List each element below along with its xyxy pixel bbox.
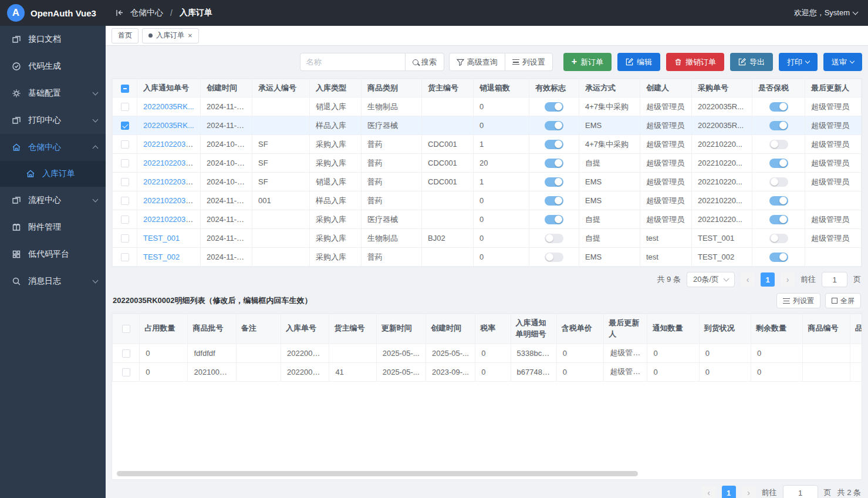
row-checkbox[interactable] xyxy=(121,103,129,111)
table-row[interactable]: 20220035RK...2024-11-06 ...样品入库医疗器械0EMS超… xyxy=(113,116,862,135)
order-no-link[interactable]: 2022102203R... xyxy=(143,215,198,224)
bonded-flag-toggle[interactable] xyxy=(769,159,788,168)
breadcrumb-parent[interactable]: 仓储中心 xyxy=(130,8,163,18)
page-size-select[interactable]: 20条/页 xyxy=(687,272,735,287)
valid-flag-toggle[interactable] xyxy=(545,159,563,168)
edit-button[interactable]: 编辑 xyxy=(617,53,660,71)
table-row[interactable]: 2022102203R...2024-11-07 ...001样品入库普药0EM… xyxy=(113,191,862,210)
valid-flag-toggle[interactable] xyxy=(545,102,563,112)
search-button[interactable]: 搜索 xyxy=(405,53,444,71)
sidebar-item-settings[interactable]: 基础配置 xyxy=(0,80,106,107)
bonded-flag-toggle[interactable] xyxy=(769,215,788,224)
valid-flag-toggle[interactable] xyxy=(545,215,563,224)
next-page-button[interactable]: › xyxy=(781,272,795,287)
row-checkbox[interactable] xyxy=(122,349,130,358)
chevron-down-icon xyxy=(853,9,859,15)
bonded-flag-toggle[interactable] xyxy=(769,140,788,149)
select-all-checkbox[interactable] xyxy=(121,85,129,93)
advanced-query-button[interactable]: 高级查询 xyxy=(449,53,505,71)
row-checkbox[interactable] xyxy=(121,234,129,243)
search-input[interactable] xyxy=(300,53,406,71)
table-row[interactable]: 2022102203R...2024-10-31...SF销退入库普药CDC00… xyxy=(113,173,862,191)
order-no-link[interactable]: 2022102203R... xyxy=(143,140,198,149)
valid-flag-toggle[interactable] xyxy=(545,177,563,187)
table-row[interactable]: 02021000...2022003...412025-05-...2023-0… xyxy=(113,362,862,381)
select-all-checkbox[interactable] xyxy=(122,325,130,333)
bonded-flag-toggle[interactable] xyxy=(769,234,788,243)
tab-close-icon[interactable]: × xyxy=(188,32,192,39)
table-row[interactable]: TEST_0022024-11-23 ...采购入库普药0EMStestTEST… xyxy=(113,248,862,267)
table-header-row: 入库通知单号创建时间承运人编号入库类型商品类别货主编号销退箱数有效标志承运方式创… xyxy=(113,79,862,97)
horizontal-scrollbar[interactable] xyxy=(114,471,859,477)
table-row[interactable]: 0fdfdfdf2022003...2025-05-...2025-05-...… xyxy=(113,344,862,362)
valid-flag-toggle[interactable] xyxy=(545,140,563,149)
new-order-button[interactable]: + 新订单 xyxy=(563,53,612,71)
export-button[interactable]: 导出 xyxy=(730,53,773,71)
valid-flag-toggle[interactable] xyxy=(545,196,563,206)
bonded-flag-toggle[interactable] xyxy=(769,121,788,130)
prev-page-button[interactable]: ‹ xyxy=(702,486,716,498)
valid-flag-toggle[interactable] xyxy=(545,121,563,130)
row-checkbox[interactable] xyxy=(121,253,129,261)
cell: 2025-05-... xyxy=(376,344,425,362)
sidebar-item-label: 代码生成 xyxy=(28,61,61,72)
cell: 20220035R... xyxy=(692,116,752,135)
row-checkbox[interactable] xyxy=(121,197,129,205)
goto-page-input[interactable] xyxy=(822,272,847,287)
table-row[interactable]: 2022102203R...2024-11-07 ...采购入库医疗器械0自提超… xyxy=(113,210,862,229)
tab-inbound-order[interactable]: 入库订单 × xyxy=(142,28,199,43)
sidebar-collapse-icon[interactable] xyxy=(115,9,124,17)
cell: TEST_001 xyxy=(692,229,752,248)
detail-column-settings-button[interactable]: 列设置 xyxy=(776,293,820,308)
sidebar-item-workflow[interactable]: 流程中心 xyxy=(0,187,106,214)
order-no-link[interactable]: 20220035RK... xyxy=(143,121,194,130)
approve-button[interactable]: 送审 xyxy=(823,53,862,71)
sidebar-item-inbound-order[interactable]: 入库订单 xyxy=(0,161,106,187)
order-no-link[interactable]: 20220035RK... xyxy=(143,102,194,111)
row-checkbox[interactable] xyxy=(121,159,129,167)
scrollbar-thumb[interactable] xyxy=(117,471,638,476)
sidebar-item-api-docs[interactable]: 接口文档 xyxy=(0,26,106,53)
cancel-order-button[interactable]: 撤销订单 xyxy=(666,53,724,71)
order-no-link[interactable]: 2022102203R... xyxy=(143,159,198,167)
row-checkbox[interactable] xyxy=(121,178,129,186)
column-settings-button[interactable]: 列设置 xyxy=(505,53,553,71)
chevron-down-icon xyxy=(93,278,99,284)
table-row[interactable]: 20220035RK...2024-11-06 ...销退入库生物制品04+7集… xyxy=(113,97,862,116)
valid-flag-toggle[interactable] xyxy=(545,253,563,262)
page-number-button[interactable]: 1 xyxy=(722,486,736,498)
page-number-button[interactable]: 1 xyxy=(761,272,775,287)
prev-page-button[interactable]: ‹ xyxy=(741,272,755,287)
bonded-flag-toggle[interactable] xyxy=(769,102,788,112)
table-row[interactable]: 2022102203R...2024-10-31...SF采购入库普药CDC00… xyxy=(113,154,862,173)
bonded-flag-toggle[interactable] xyxy=(769,177,788,187)
sidebar-item-warehouse[interactable]: 仓储中心 xyxy=(0,134,106,161)
cell: test xyxy=(640,248,692,267)
sidebar-item-code-generate[interactable]: 代码生成 xyxy=(0,53,106,80)
user-menu[interactable]: 欢迎您，System xyxy=(794,8,868,18)
fullscreen-button[interactable]: 全屏 xyxy=(825,293,861,308)
order-no-link[interactable]: 2022102203R... xyxy=(143,177,198,186)
valid-flag-toggle[interactable] xyxy=(545,234,563,243)
sidebar-item-label: 消息日志 xyxy=(28,276,61,287)
next-page-button[interactable]: › xyxy=(742,486,756,498)
table-row[interactable]: 2022102203R...2024-10-31...SF采购入库普药CDC00… xyxy=(113,135,862,154)
row-checkbox[interactable] xyxy=(121,216,129,224)
sidebar-item-print-center[interactable]: 打印中心 xyxy=(0,107,106,134)
row-checkbox[interactable] xyxy=(121,122,129,130)
order-no-link[interactable]: TEST_002 xyxy=(143,253,180,261)
row-checkbox[interactable] xyxy=(122,368,130,376)
cell xyxy=(422,191,474,210)
print-button[interactable]: 打印 xyxy=(779,53,818,71)
sidebar-item-lowcode[interactable]: 低代码平台 xyxy=(0,241,106,268)
order-no-link[interactable]: 2022102203R... xyxy=(143,196,198,205)
sidebar-item-message-log[interactable]: 消息日志 xyxy=(0,268,106,295)
bonded-flag-toggle[interactable] xyxy=(769,196,788,206)
order-no-link[interactable]: TEST_001 xyxy=(143,234,180,243)
tab-home[interactable]: 首页 xyxy=(112,28,139,43)
table-row[interactable]: TEST_0012024-11-23 ...采购入库生物制品BJ020自提tes… xyxy=(113,229,862,248)
sidebar-item-attachment[interactable]: 附件管理 xyxy=(0,214,106,241)
goto-page-input[interactable] xyxy=(783,485,818,498)
row-checkbox[interactable] xyxy=(121,140,129,149)
bonded-flag-toggle[interactable] xyxy=(769,253,788,262)
